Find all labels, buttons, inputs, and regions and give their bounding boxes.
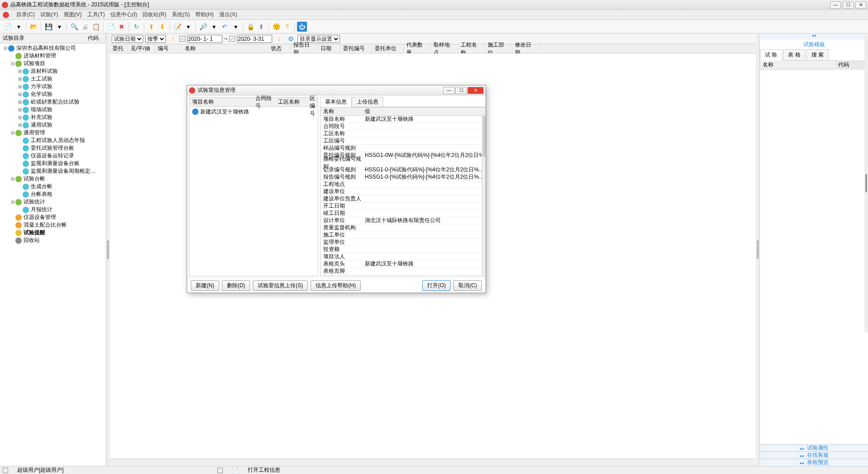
search-icon[interactable]: 🔍 — [69, 22, 79, 32]
property-value[interactable]: HSSG1-0-[%试验代码%]-[%4位年2位月2位日%… — [362, 166, 486, 174]
undo-icon[interactable]: ↶ — [220, 22, 230, 32]
dialog-minimize-button[interactable]: — — [443, 87, 455, 94]
to-checkbox[interactable]: ✓ — [229, 36, 235, 42]
tree-node[interactable]: 仪器设备运转记录 — [1, 152, 105, 160]
dialog-vscrollbar[interactable] — [482, 116, 486, 276]
tree-node[interactable]: ⊟试验统计 — [1, 198, 105, 206]
property-row[interactable]: 表格页脚 — [321, 268, 486, 275]
tree-expand-icon[interactable]: ⊞ — [17, 76, 23, 81]
center-column-header[interactable]: 状态 — [268, 44, 291, 53]
tree-node[interactable]: 混凝土配合比台帐 — [1, 221, 105, 229]
property-row[interactable]: 记录编号规则HSSG1-0-[%试验代码%]-[%4位年2位月2位日%… — [321, 166, 486, 174]
delete-icon[interactable]: ✖ — [117, 22, 127, 32]
splitter-right[interactable] — [756, 33, 760, 466]
minimize-button[interactable]: — — [830, 1, 841, 9]
delete-button[interactable]: 删除(D) — [222, 280, 250, 291]
tree-node[interactable]: 监视和测量设备台账 — [1, 160, 105, 167]
tree-node[interactable]: ⊞补充试验 — [1, 114, 105, 121]
property-row[interactable]: 表格页头新建武汉至十堰铁路 — [321, 261, 486, 268]
close-window-button[interactable]: ✕ — [855, 1, 866, 9]
property-row[interactable]: 建设单位 — [321, 188, 486, 195]
menu-system[interactable]: 系统(S) — [172, 11, 190, 19]
hscrollbar[interactable] — [110, 459, 756, 466]
date-from-input[interactable] — [187, 35, 222, 43]
property-value[interactable]: 新建武汉至十堰铁路 — [362, 115, 486, 123]
center-column-header[interactable]: 日期 — [318, 44, 340, 53]
down-small-icon[interactable]: ↓ — [274, 34, 284, 44]
dropdown-icon[interactable]: ▾ — [231, 22, 241, 32]
tree-node[interactable]: ⊞现场试验 — [1, 106, 105, 114]
center-column-header[interactable]: 委托 — [110, 44, 128, 53]
menu-info[interactable]: 信息中心(I) — [110, 11, 137, 19]
tree-node[interactable]: 仪器设备管理 — [1, 213, 105, 221]
property-row[interactable]: 报告编号规则HSSG1-0-[%试验代码%]-[%4位年2位月2位日%… — [321, 174, 486, 181]
tree-expand-icon[interactable]: ⊞ — [17, 69, 23, 74]
tree-expand-icon[interactable]: ⊞ — [17, 107, 23, 112]
tab-search[interactable]: 搜 索 — [807, 49, 829, 60]
property-row[interactable]: 施工单位 — [321, 232, 486, 239]
tree-node[interactable]: 台帐表格 — [1, 190, 105, 198]
paste-icon[interactable]: 📄 — [106, 22, 116, 32]
upload-info-button[interactable]: 试验室信息上传(S) — [253, 280, 308, 291]
property-row[interactable]: 工程地点 — [321, 181, 486, 188]
tree-expand-icon[interactable]: ⊞ — [17, 84, 23, 89]
right-body[interactable] — [760, 70, 868, 444]
tree-node[interactable]: 进场材料管理 — [1, 52, 105, 60]
center-column-header[interactable]: 见/平/抽 — [128, 44, 155, 53]
property-row[interactable]: 抽检委托编号规则 — [321, 159, 486, 166]
property-row[interactable]: 备注 — [321, 275, 486, 276]
print-icon[interactable]: 🖨 — [80, 22, 90, 32]
tree-node[interactable]: ⊞化学试验 — [1, 90, 105, 98]
face-icon[interactable]: 🙂 — [271, 22, 281, 32]
period-select[interactable]: 按季 — [145, 35, 166, 43]
tree-expand-icon[interactable]: ⊞ — [17, 123, 23, 128]
menu-tools[interactable]: 工具(T) — [87, 11, 105, 19]
dialog-tab-upload[interactable]: 上传信息 — [352, 97, 383, 107]
dialog-maximize-button[interactable]: ☐ — [455, 87, 467, 94]
property-row[interactable]: 项目名称新建武汉至十堰铁路 — [321, 116, 486, 123]
tree-node[interactable]: ⊟试验台帐 — [1, 175, 105, 183]
property-row[interactable]: 质量监督机构 — [321, 224, 486, 232]
status-open-info[interactable]: 打开工程信息 — [248, 466, 280, 474]
help-icon[interactable]: ? — [282, 22, 292, 32]
zoom-icon[interactable]: 🔎 — [198, 22, 208, 32]
up-small-icon[interactable]: ↑ — [168, 34, 178, 44]
upload-help-button[interactable]: 信息上传帮助(H) — [311, 280, 361, 291]
menu-test[interactable]: 试验(Y) — [40, 11, 58, 19]
right-collapse-top[interactable]: ▾▾ — [760, 33, 868, 40]
new-icon[interactable]: 📄 — [3, 22, 13, 32]
date-type-select[interactable]: 试验日期 — [112, 35, 143, 43]
tree-node[interactable]: 回收站 — [1, 237, 105, 244]
new-button[interactable]: 新建(N) — [191, 280, 219, 291]
tree-expand-icon[interactable]: ⊞ — [17, 100, 23, 104]
center-column-header[interactable]: 委托单位 — [372, 44, 404, 53]
dialog-tab-basic[interactable]: 基本信息 — [320, 97, 352, 107]
tree[interactable]: ⊟深圳市品高科技有限公司进场材料管理⊟试验项目⊞原材料试验⊞土工试验⊞力学试验⊞… — [0, 43, 106, 466]
menu-help[interactable]: 帮助(H) — [195, 11, 214, 19]
center-column-header[interactable]: 名称 — [182, 44, 268, 53]
right-section-service[interactable]: ▴▴在线客服 — [760, 451, 868, 459]
tree-node[interactable]: 工程试验人员动态年报 — [1, 137, 105, 144]
lock-icon[interactable]: 🔒 — [245, 22, 255, 32]
right-section-preview[interactable]: ▴▴表格预览 — [760, 459, 868, 466]
from-checkbox[interactable]: ✓ — [179, 36, 185, 42]
center-column-header[interactable]: 委托编号 — [340, 44, 372, 53]
upload-icon[interactable]: ⬆ — [256, 22, 266, 32]
copy-icon[interactable]: 📋 — [91, 22, 101, 32]
property-value[interactable]: 湖北汉十城际铁路有限责任公司 — [362, 217, 486, 224]
down-icon[interactable]: ⬇ — [157, 22, 167, 32]
menu-recycle[interactable]: 回收站(R) — [142, 11, 166, 19]
menu-exit[interactable]: 退出(X) — [219, 11, 237, 19]
open-button[interactable]: 打开(O) — [422, 280, 451, 291]
up-icon[interactable]: ⬆ — [146, 22, 156, 32]
property-value[interactable]: HSSG1-0-[%试验代码%]-[%4位年2位月2位日%… — [362, 173, 486, 181]
property-row[interactable]: 建设单位负责人 — [321, 195, 486, 203]
tree-node[interactable]: ⊞力学试验 — [1, 83, 105, 90]
tree-expand-icon[interactable]: ⊟ — [10, 176, 15, 181]
dialog-close-button[interactable]: ✕ — [467, 87, 484, 94]
tree-node[interactable]: ⊞土工试验 — [1, 75, 105, 83]
maximize-button[interactable]: ☐ — [843, 1, 854, 9]
refresh-icon[interactable]: ↻ — [132, 22, 142, 32]
tree-node[interactable]: 试验提醒 — [1, 229, 105, 237]
property-value[interactable]: HSSG1-0W-[%试验代码%]-[%4位年2位月2位日%… — [362, 152, 486, 159]
